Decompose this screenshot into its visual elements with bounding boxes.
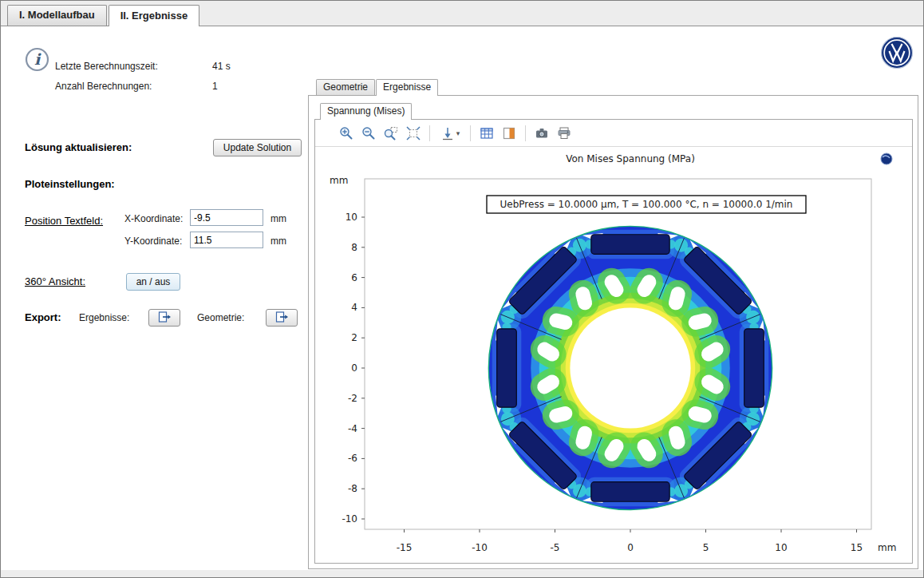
tab-spannung-mises[interactable]: Spannung (Mises) [320,103,412,120]
grid-icon [480,126,494,141]
tab-ergebnisse-label: II. Ergebnisse [120,10,188,22]
y-tick-label: 8 [351,242,357,253]
plot-tabbar: Spannung (Mises) [320,102,413,119]
caret-down-icon: ▾ [456,129,460,137]
tab-geometrie-label: Geometrie [323,81,368,93]
zoom-extents-icon [406,126,421,141]
results-tabbar: Geometrie Ergebnisse [316,78,439,95]
app-window: I. Modellaufbau II. Ergebnisse i Letzte … [0,0,924,578]
info-icon: i [25,47,49,75]
print-button[interactable] [554,123,575,144]
y-tick-label: 0 [351,362,357,374]
x-tick-label: -5 [551,542,560,553]
zoom-in-icon [339,126,353,141]
export-section-label: Export: [25,311,61,324]
y-tick-label: -10 [342,513,357,525]
view360-label: 360° Ansicht: [25,275,85,288]
x-coordinate-input[interactable] [190,209,263,226]
last-computation-value: 41 s [212,60,231,73]
zoom-out-button[interactable] [358,123,379,144]
x-axis-unit: mm [878,542,896,553]
computation-count-value: 1 [212,80,218,93]
tab-geometrie[interactable]: Geometrie [316,79,375,95]
toolbar-separator [429,125,430,141]
view360-toggle-button[interactable]: an / aus [126,273,180,291]
y-tick-label: -2 [348,393,357,404]
y-tick-label: -4 [348,423,357,434]
x-coordinate-label: X-Koordinate: [124,212,183,225]
magnet-slot [497,329,517,407]
magnet-slot [591,482,669,502]
plot-settings-label: Ploteinstellungen: [25,177,115,191]
grid-button[interactable] [476,123,497,144]
main-tabbar: I. Modellaufbau II. Ergebnisse [7,4,201,26]
update-section-label: Lösung aktualisieren: [25,141,132,154]
magnet-slot [591,235,669,255]
view-orientation-button[interactable]: ▾ [436,123,464,144]
toolbar-separator [525,125,526,141]
y-coordinate-unit: mm [270,235,286,247]
computation-count-label: Anzahl Berechnungen: [55,80,152,93]
zoom-out-icon [361,126,376,141]
zoom-box-icon [384,126,398,141]
tab-ergebnisse-view-label: Ergebnisse [383,81,431,93]
vw-logo [880,36,914,73]
zoom-in-button[interactable] [336,123,357,144]
graphics-canvas[interactable]: Von Mises Spannung (MPa)mmmm-15-10-50510… [315,147,912,564]
tab-spannung-mises-label: Spannung (Mises) [327,105,405,117]
y-tick-label: -6 [348,453,357,464]
position-textfield-label: Position Textfeld: [25,214,103,228]
zoom-box-button[interactable] [381,123,401,144]
printer-icon [557,126,571,141]
legend-button[interactable] [499,123,519,144]
vw-logo-svg [880,36,914,69]
camera-icon [535,126,549,141]
legend-icon [502,126,516,141]
x-tick-label: 15 [851,542,863,553]
main-content: i Letzte Berechnungszeit: 41 s Anzahl Be… [1,26,923,570]
plot-annotation-text: UebPress = 10.0000 µm, T = 100.000 °C, n… [500,199,793,210]
rotor-bore [570,307,690,428]
tab-modellaufbau[interactable]: I. Modellaufbau [7,5,107,26]
y-tick-label: 2 [351,332,357,343]
y-tick-label: 4 [351,302,357,313]
magnet-slot [744,329,764,407]
toolbar-separator [470,125,471,141]
x-tick-label: -10 [472,542,488,553]
zoom-extents-button[interactable] [403,123,424,144]
x-tick-label: 5 [703,542,709,553]
tab-modellaufbau-label: I. Modellaufbau [19,9,95,21]
export-results-label: Ergebnisse: [79,311,129,324]
info-icon-svg: i [25,47,49,72]
y-coordinate-label: Y-Koordinate: [124,235,182,247]
results-panel: Spannung (Mises) [308,95,918,569]
x-tick-label: -15 [397,542,413,553]
export-icon [158,311,172,323]
rotor-plot [488,226,772,509]
y-tick-label: -8 [348,483,357,494]
graphics-box: ▾ [314,119,913,564]
y-tick-label: 6 [351,272,357,283]
x-tick-label: 10 [775,542,787,553]
view-orientation-icon [440,126,455,141]
x-tick-label: 0 [627,542,634,553]
export-geometry-button[interactable] [266,309,298,327]
plot-badge-icon[interactable] [881,153,892,164]
graphics-toolbar: ▾ [315,120,912,147]
snapshot-button[interactable] [531,123,552,144]
y-axis-unit: mm [330,175,348,186]
export-results-button[interactable] [148,309,180,327]
y-tick-label: 10 [346,212,357,223]
x-coordinate-unit: mm [270,212,286,225]
tab-ergebnisse[interactable]: II. Ergebnisse [109,5,200,26]
y-coordinate-input[interactable] [190,232,263,248]
last-computation-label: Letzte Berechnungszeit: [55,60,158,73]
export-geometry-label: Geometrie: [197,311,244,324]
update-solution-button[interactable]: Update Solution [213,139,302,156]
tab-ergebnisse-view[interactable]: Ergebnisse [376,79,438,96]
plot-title: Von Mises Spannung (MPa) [566,153,695,164]
export-icon [275,311,289,323]
